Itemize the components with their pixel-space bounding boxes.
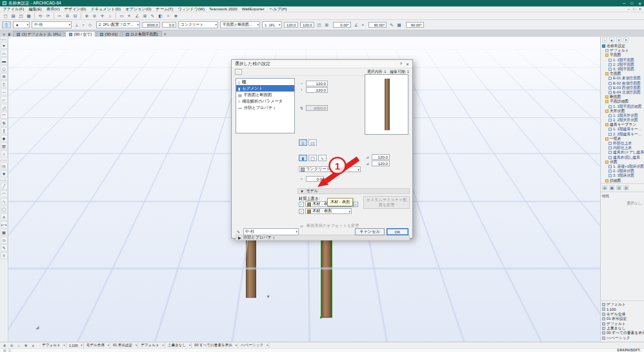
column-height-field[interactable]: 3000.0	[306, 105, 328, 111]
session-icon[interactable]: ◫	[8, 349, 12, 352]
navigator-tree-item[interactable]: E-04 北側立面図	[601, 90, 644, 95]
new-document-icon[interactable]: ▢	[2, 13, 9, 19]
slant-field-1[interactable]: 120.0	[372, 154, 390, 160]
separator[interactable]	[54, 13, 54, 19]
axis-angle-field[interactable]: 90.00°	[406, 22, 424, 28]
grid-snap-icon[interactable]: ⊞	[141, 13, 148, 19]
fill-display-icon[interactable]: ◧	[157, 13, 164, 19]
navigator-tree-item[interactable]: E-01 東側立面図	[601, 76, 644, 81]
layers-icon[interactable]: ≡	[126, 13, 133, 19]
view-map-icon[interactable]: ▦	[609, 185, 614, 190]
menu-item[interactable]: デザイン(D)	[64, 6, 86, 12]
slant-angle-field[interactable]: 90.00°	[368, 22, 387, 28]
navigator-tree-item[interactable]: 2. 2階建具キープラン	[601, 132, 644, 137]
navigator-tree-item[interactable]: 1. 基礎+1階床伏図	[601, 164, 644, 169]
menu-item[interactable]: ウィンドウ(W)	[177, 6, 205, 12]
bottom-offset-field[interactable]: 0.0	[162, 22, 176, 28]
label-tool-icon[interactable]: ✎	[1, 244, 8, 251]
edit-icon[interactable]: ✎	[149, 13, 156, 19]
roof-tool-icon[interactable]: ◿	[1, 104, 8, 111]
layer-dropdown[interactable]: 中-柱	[32, 21, 72, 28]
navigator-tree-item[interactable]: 建具表(ドア)_建具	[601, 150, 644, 155]
menu-item[interactable]: ヘルプ(H)	[269, 6, 287, 12]
wall-tool-icon[interactable]: ▬	[1, 57, 8, 64]
save-icon[interactable]: ◫	[17, 13, 25, 19]
rectangle-shape-icon[interactable]: ▮	[299, 155, 307, 161]
top-link-dropdown[interactable]: 1. 1FL	[262, 21, 281, 28]
renovation-filter-item[interactable]: 00 すべての要素を表示	[601, 331, 644, 335]
document-minimize-button[interactable]: ─	[627, 7, 630, 11]
navigator-tree-item[interactable]: 名称未設定	[601, 44, 644, 48]
model-view-segment[interactable]: デフォルト	[138, 343, 165, 348]
favorites-dropdown[interactable]: ★	[13, 21, 30, 28]
column-element[interactable]	[246, 235, 256, 298]
zoom-out-icon[interactable]: ⊖	[9, 343, 14, 348]
override-side-checkbox[interactable]: ✓	[299, 209, 304, 214]
override-top-checkbox[interactable]: ✓	[299, 202, 304, 207]
cut-icon[interactable]: ✂	[56, 13, 63, 19]
menu-item[interactable]: ファイル(F)	[3, 6, 24, 12]
navigator-menu-icon[interactable]: ≡	[616, 37, 621, 43]
cancel-button[interactable]: キャンセル	[355, 228, 385, 235]
morph-tool-icon[interactable]: ◆	[1, 135, 8, 142]
shell-tool-icon[interactable]: ◠	[1, 112, 8, 119]
text-tool-icon[interactable]: A	[1, 213, 8, 220]
menu-item[interactable]: Teamwork 2020	[209, 6, 237, 12]
column-depth-field[interactable]: 120.0	[306, 87, 328, 93]
navigator-tree-item[interactable]: デフォルト	[601, 48, 644, 53]
navigator-tree-item[interactable]: 3. 3階床伏図	[601, 173, 644, 178]
graphic-override-item[interactable]: 上書きなし	[601, 326, 644, 331]
navigator-tree-item[interactable]: 立面図	[601, 72, 644, 76]
zone-tool-icon[interactable]: ▨	[1, 142, 8, 150]
navigator-tree-item[interactable]: 1. 1階平面詳細図	[601, 104, 644, 108]
navigator-tree-item[interactable]: 2. 2階平面図	[601, 63, 644, 67]
menu-item[interactable]: 表示(V)	[46, 6, 60, 12]
guide-lines-icon[interactable]: ⌗	[165, 13, 172, 19]
navigator-tree-item[interactable]: E-03 西側立面図	[601, 86, 644, 90]
column-height-field[interactable]: 3000.0	[142, 22, 160, 28]
tab-3d-01[interactable]: [3D-01]	[96, 31, 121, 37]
copy-icon[interactable]: ⧉	[64, 13, 71, 19]
paste-icon[interactable]: ⊟	[72, 13, 79, 19]
scale-segment[interactable]: 1:100	[66, 343, 84, 348]
pen-fill-icons[interactable]: ✎ ▦	[388, 21, 403, 28]
tab-close-icon[interactable]: ✕	[163, 32, 168, 37]
navigator-up-icon[interactable]: ▲	[609, 37, 614, 43]
model-view-item[interactable]: デフォルト	[601, 321, 644, 326]
core-depth-field[interactable]: 120.0	[300, 22, 314, 28]
polyline-tool-icon[interactable]: ∿	[1, 198, 8, 205]
dialog-panel-item[interactable]: ▮ セグメント	[236, 85, 294, 92]
navigator-tree-item[interactable]: 2. 2階天井伏図	[601, 118, 644, 122]
menu-item[interactable]: WallExporter	[242, 6, 265, 12]
navigator-close-icon[interactable]: ✕	[623, 37, 629, 43]
dialog-panel-item[interactable]: ⌗ 構造解析のパラメータ	[236, 98, 294, 104]
graphic-override-segment[interactable]: 上書きなし	[165, 343, 192, 348]
navigator-tree-item[interactable]: 平面詳細図	[601, 99, 644, 104]
document-close-button[interactable]: ✕	[638, 7, 641, 11]
multi-segment-icon[interactable]: ▯▯	[308, 139, 317, 146]
window-minimize-button[interactable]: ─	[623, 1, 625, 6]
marquee-tool-icon[interactable]: ▭	[1, 50, 8, 57]
column-tool-current-icon[interactable]: ▯	[2, 21, 11, 28]
dialog-layer-dropdown[interactable]: 中-柱	[243, 228, 299, 235]
circle-shape-icon[interactable]: ◯	[308, 155, 317, 161]
column-tool-icon[interactable]: ▯	[1, 81, 8, 88]
navigator-tree-item[interactable]: 3. 3階平面図	[601, 67, 644, 72]
separator[interactable]	[116, 13, 116, 19]
publisher-icon[interactable]: ▨	[623, 185, 629, 190]
pan-icon[interactable]: ✥	[23, 343, 28, 348]
line-tool-icon[interactable]: ╱	[1, 182, 8, 190]
dialog-panel-item[interactable]: ▯ 柱	[236, 79, 294, 85]
window-close-button[interactable]: ✕	[638, 1, 641, 6]
object-tool-icon[interactable]: ⌂	[1, 150, 8, 157]
quick-options-menu-icon[interactable]: ≡	[30, 343, 35, 348]
navigator-tree-item[interactable]: 詳細図	[601, 178, 644, 182]
slant-field-2[interactable]: 120.0	[372, 161, 390, 166]
layer-combination-item[interactable]: デフォルト	[601, 302, 644, 307]
core-width-field[interactable]: 120.0	[284, 22, 298, 28]
open-icon[interactable]: ▤	[10, 13, 17, 19]
navigator-tree-item[interactable]: 1. 1階天井伏図	[601, 113, 644, 118]
structure-display-item[interactable]: モデル全体	[601, 312, 644, 317]
dimension-tool-icon[interactable]: ⟷	[1, 221, 8, 228]
print-icon[interactable]: ▦	[25, 13, 32, 19]
